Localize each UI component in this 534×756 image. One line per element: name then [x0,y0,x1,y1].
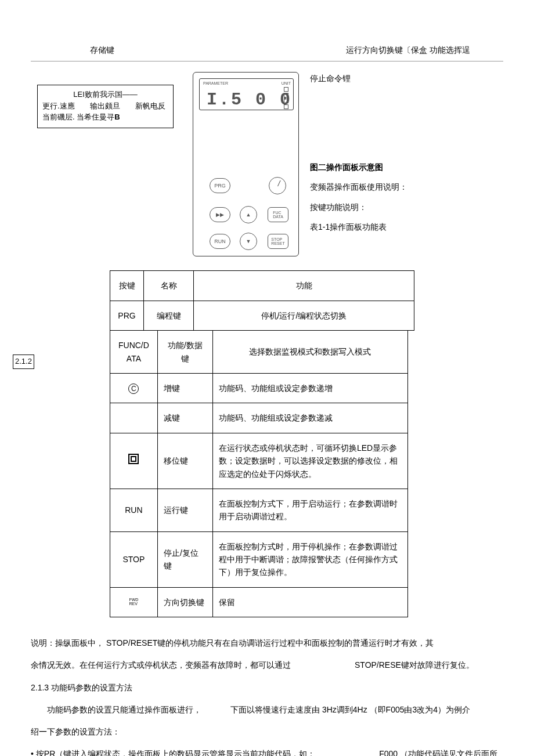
para-1: 说明：操纵面板中， STOP/RESET键的停机功能只有在自动调谐运行过程中和面… [31,634,503,652]
unit-indicator-boxes [284,87,291,109]
table-caption: 表1-1操作面板功能表 [310,220,407,233]
t1-h1: 按键 [110,271,144,301]
p2b: STOP/RESE键对故障进行复位。 [355,660,474,670]
led-row3: 当前磯层. 当希住曼寻B [42,111,168,123]
p1b: STOP/RESET键的停机功能只有在自动调谐运行过程中和面板控制的普通运行时才… [106,638,434,648]
right-side-notes: 停止命令锂 图二操作面板示意图 变频器操作面板使用说明： 按键功能说明： 表1-… [310,72,407,240]
t2-r4c1: RUN [110,489,157,531]
note-key-desc: 按键功能说明： [310,201,407,214]
panel-knob-icon [269,177,286,194]
led-annotation-box: LEI败前我示国—— 更行.速應 输出颇旦 新帆电反 当前磯层. 当希住曼寻B [37,85,174,128]
t1-r1c2: 编程键 [144,301,194,330]
t2-r0c3: 选择数据监视模式和数据写入模式 [212,331,407,374]
led-row2: 更行.速應 输出颇旦 新帆电反 [42,100,168,112]
fwd-label: FWD [129,598,138,602]
t1-h2: 名称 [144,271,194,301]
p4a: 功能码参数的设置只能通过操作面板进行， [47,705,201,714]
t2-r3c1 [110,433,157,489]
t2-r2c2: 减键 [157,403,212,433]
t2-r1c3: 功能码、功能组或设定参数递增 [212,373,407,403]
t2-r4c2: 运行键 [157,489,212,531]
t2-r0c2: 功能/数据 键 [157,331,212,374]
key-function-table-body: FUNC/D ATA 功能/数据 键 选择数据监视模式和数据写入模式 C 增键 … [110,330,408,617]
t2-r3c3b: LED显示参 [357,443,397,453]
t2-r3c3: 在运行状态或停机状态时，可循环切换LED显示参数；设定数据时，可以选择设定数据的… [212,433,407,489]
panel-down-button-icon: ▼ [240,233,257,250]
t1-r1c1: PRG [110,301,144,330]
panel-fuc-data-button-icon: FUC DATA [268,207,288,222]
shift-key-icon [128,454,139,464]
t2-r5c2: 停止/复位 键 [157,531,212,587]
key-function-table-header: 按键 名称 功能 PRG 编程键 停机/运行/编程状态切换 [110,270,414,331]
led-row3-prefix: 当前磯层. 当希住曼寻 [42,113,114,121]
note-usage: 变频器操作面板使用说明： [310,180,407,193]
fwd-rev-icon: FWDREV [129,598,138,606]
t2-r2c3: 功能码、功能组或设定参数递减 [212,403,407,433]
led-row3-bold: B [114,113,120,121]
t2-r1c1: C [110,373,157,403]
header-divider [31,61,503,62]
t1-h3: 功能 [194,271,414,301]
t2-r1c2: 增键 [157,373,212,403]
p1a: 说明：操纵面板中， [31,638,104,648]
increment-icon: C [128,384,139,394]
t2-r2c1 [110,403,157,433]
panel-prg-button-icon: PRG [210,178,230,193]
p2a: 余情况无效。在任何运行方式或停机状态，变频器有故障时，都可以通过 [31,660,291,670]
header-left-label: 存储键 [90,44,114,56]
t2-r6c1: FWDREV [110,587,157,617]
para-3: 2.1.3 功能码参数的设置方法 [31,678,503,697]
para-6: • 按PR（键进入编程状态，操作面板上的数码显示管将显示当前功能代码，如：F00… [31,744,503,756]
section-2-1-2-label: 2.1.2 [13,355,34,369]
t2-r6c3: 保留 [212,587,407,617]
p6b: F000 （功能代码详见文件后面所 [379,749,497,756]
panel-up-button-icon: ▲ [240,206,257,223]
t1-r1c3: 停机/运行/编程状态切换 [194,301,414,330]
rev-label: REV [129,602,137,606]
para-5: 绍一下参数的设置方法： [31,722,503,741]
t2-r5c3: 在面板控制方式时，用于停机操作；在参数调谐过程中用于中断调谐；故障报警状态（任何… [212,531,407,587]
t2-r0c1: FUNC/D ATA [110,331,157,374]
panel-shift-button-icon: ▶▶ [210,207,230,222]
panel-stop-reset-button-icon: STOP RESET [268,234,288,249]
p4c: 3Hz调到4Hz （即F005由3改为4）为例介 [322,705,470,714]
panel-run-button-icon: RUN [210,234,230,249]
t2-r6c2: 方向切换键 [157,587,212,617]
figure-caption: 图二操作面板示意图 [310,161,407,173]
mid-diagram-area: LEI败前我示国—— 更行.速應 输出颇旦 新帆电反 当前磯层. 当希住曼寻B … [0,72,534,269]
p4b: 下面以将慢速行走速度由 [230,705,320,714]
note-stop-cmd: 停止命令锂 [310,72,407,85]
t2-r3c3a: 在运行状态或停机状态时，可循环切换 [219,443,357,453]
panel-screen: PARAMETER UNIT I.5 0 0 [199,78,294,110]
t2-r5c1: STOP [110,531,157,587]
para-4: 功能码参数的设置只能通过操作面板进行，下面以将慢速行走速度由 3Hz调到4Hz … [31,700,503,719]
inverter-panel-illustration: PARAMETER UNIT I.5 0 0 PRG ▶▶ ▲ FUC DATA… [193,72,299,256]
p6a: • 按PR（键进入编程状态，操作面板上的数码显示管将显示当前功能代码，如： [31,749,315,756]
header-right-label: 运行方向切换键〔保盒 功能选挥逞 [346,44,470,56]
t2-r3c2: 移位键 [157,433,212,489]
para-2: 余情况无效。在任何运行方式或停机状态，变频器有故障时，都可以通过STOP/RES… [31,656,503,674]
body-paragraphs: 说明：操纵面板中， STOP/RESET键的停机功能只有在自动调谐运行过程中和面… [0,634,534,756]
t2-r3c3c: 数；设定数据时，可以选择设定数据的修改位，相应选定的位处于闪烁状态。 [219,456,398,478]
led-row1: LEI败前我示国—— [42,89,168,100]
screen-digits: I.5 0 0 [207,86,292,114]
t2-r4c3: 在面板控制方式下，用于启动运行；在参数调谐时用于启动调谐过程。 [212,489,407,531]
